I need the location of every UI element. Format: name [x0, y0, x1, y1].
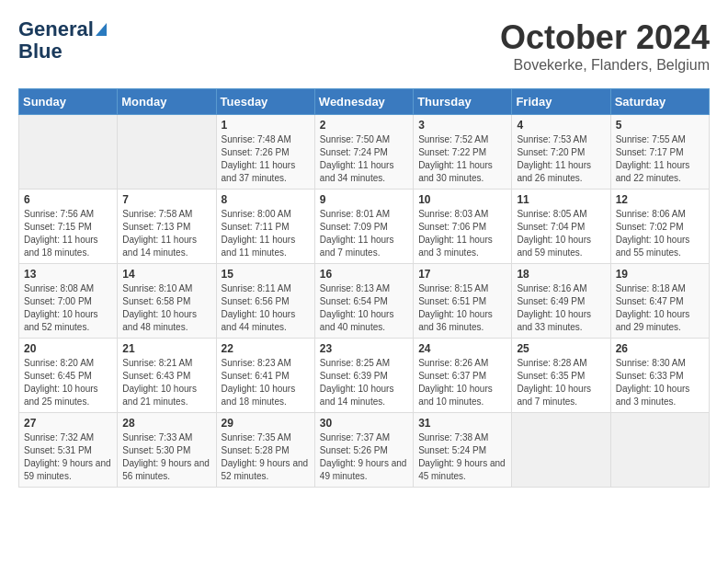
calendar-cell: 29Sunrise: 7:35 AM Sunset: 5:28 PM Dayli… [216, 413, 314, 488]
header-monday: Monday [118, 89, 216, 115]
calendar-cell: 9Sunrise: 8:01 AM Sunset: 7:09 PM Daylig… [314, 190, 413, 264]
header-sunday: Sunday [19, 89, 118, 115]
month-title: October 2024 [500, 18, 710, 57]
day-number: 14 [122, 268, 210, 281]
day-info: Sunrise: 7:38 AM Sunset: 5:24 PM Dayligh… [418, 431, 506, 483]
day-info: Sunrise: 8:13 AM Sunset: 6:54 PM Dayligh… [320, 282, 408, 334]
day-number: 19 [616, 268, 704, 281]
header-friday: Friday [512, 89, 610, 115]
calendar-cell: 24Sunrise: 8:26 AM Sunset: 6:37 PM Dayli… [414, 339, 512, 413]
calendar-cell [512, 413, 610, 488]
calendar-cell: 7Sunrise: 7:58 AM Sunset: 7:13 PM Daylig… [118, 190, 216, 264]
day-info: Sunrise: 8:05 AM Sunset: 7:04 PM Dayligh… [517, 208, 605, 259]
day-info: Sunrise: 7:32 AM Sunset: 5:31 PM Dayligh… [24, 431, 112, 483]
day-number: 17 [418, 268, 506, 281]
header-thursday: Thursday [414, 89, 512, 115]
calendar-week-row: 1Sunrise: 7:48 AM Sunset: 7:26 PM Daylig… [19, 115, 710, 190]
day-number: 5 [616, 119, 704, 132]
day-info: Sunrise: 7:56 AM Sunset: 7:15 PM Dayligh… [24, 208, 112, 259]
day-info: Sunrise: 8:28 AM Sunset: 6:35 PM Dayligh… [517, 357, 605, 408]
day-number: 18 [517, 268, 605, 281]
day-info: Sunrise: 8:01 AM Sunset: 7:09 PM Dayligh… [320, 208, 408, 259]
calendar-cell: 14Sunrise: 8:10 AM Sunset: 6:58 PM Dayli… [118, 264, 216, 339]
calendar-header-row: SundayMondayTuesdayWednesdayThursdayFrid… [19, 89, 710, 115]
calendar-week-row: 20Sunrise: 8:20 AM Sunset: 6:45 PM Dayli… [19, 339, 710, 413]
day-number: 7 [122, 193, 210, 206]
day-number: 6 [24, 193, 112, 206]
day-info: Sunrise: 8:30 AM Sunset: 6:33 PM Dayligh… [616, 357, 704, 408]
day-number: 23 [320, 342, 408, 355]
day-info: Sunrise: 7:37 AM Sunset: 5:26 PM Dayligh… [320, 431, 408, 483]
day-info: Sunrise: 8:16 AM Sunset: 6:49 PM Dayligh… [517, 282, 605, 334]
calendar-cell: 6Sunrise: 7:56 AM Sunset: 7:15 PM Daylig… [19, 190, 118, 264]
calendar-cell: 30Sunrise: 7:37 AM Sunset: 5:26 PM Dayli… [314, 413, 413, 488]
calendar-cell [19, 115, 118, 190]
calendar-cell: 19Sunrise: 8:18 AM Sunset: 6:47 PM Dayli… [610, 264, 709, 339]
calendar-cell: 18Sunrise: 8:16 AM Sunset: 6:49 PM Dayli… [512, 264, 610, 339]
day-info: Sunrise: 8:21 AM Sunset: 6:43 PM Dayligh… [122, 357, 210, 408]
day-number: 31 [418, 417, 506, 430]
day-number: 11 [517, 193, 605, 206]
day-info: Sunrise: 8:06 AM Sunset: 7:02 PM Dayligh… [616, 208, 704, 259]
day-number: 12 [616, 193, 704, 206]
day-info: Sunrise: 7:55 AM Sunset: 7:17 PM Dayligh… [616, 133, 704, 185]
calendar-cell: 21Sunrise: 8:21 AM Sunset: 6:43 PM Dayli… [118, 339, 216, 413]
day-number: 3 [418, 119, 506, 132]
calendar-cell: 16Sunrise: 8:13 AM Sunset: 6:54 PM Dayli… [314, 264, 413, 339]
day-info: Sunrise: 8:08 AM Sunset: 7:00 PM Dayligh… [24, 282, 112, 334]
calendar-cell: 27Sunrise: 7:32 AM Sunset: 5:31 PM Dayli… [19, 413, 118, 488]
calendar-cell: 2Sunrise: 7:50 AM Sunset: 7:24 PM Daylig… [314, 115, 413, 190]
day-number: 29 [222, 417, 310, 430]
logo-icon [96, 23, 107, 36]
day-number: 8 [222, 193, 310, 206]
calendar-cell: 5Sunrise: 7:55 AM Sunset: 7:17 PM Daylig… [610, 115, 709, 190]
title-area: October 2024 Bovekerke, Flanders, Belgiu… [500, 18, 710, 74]
day-number: 30 [320, 417, 408, 430]
day-info: Sunrise: 8:20 AM Sunset: 6:45 PM Dayligh… [24, 357, 112, 408]
logo-text-general: General [18, 18, 94, 40]
day-number: 4 [517, 119, 605, 132]
calendar-cell: 3Sunrise: 7:52 AM Sunset: 7:22 PM Daylig… [414, 115, 512, 190]
day-number: 24 [418, 342, 506, 355]
day-number: 21 [122, 342, 210, 355]
day-number: 22 [222, 342, 310, 355]
day-info: Sunrise: 8:10 AM Sunset: 6:58 PM Dayligh… [122, 282, 210, 334]
day-info: Sunrise: 8:26 AM Sunset: 6:37 PM Dayligh… [418, 357, 506, 408]
day-number: 15 [222, 268, 310, 281]
day-number: 27 [24, 417, 112, 430]
calendar-cell: 25Sunrise: 8:28 AM Sunset: 6:35 PM Dayli… [512, 339, 610, 413]
day-number: 13 [24, 268, 112, 281]
day-number: 25 [517, 342, 605, 355]
day-info: Sunrise: 8:23 AM Sunset: 6:41 PM Dayligh… [222, 357, 310, 408]
day-number: 10 [418, 193, 506, 206]
header-tuesday: Tuesday [216, 89, 314, 115]
day-info: Sunrise: 8:15 AM Sunset: 6:51 PM Dayligh… [418, 282, 506, 334]
calendar-cell: 17Sunrise: 8:15 AM Sunset: 6:51 PM Dayli… [414, 264, 512, 339]
calendar-cell: 11Sunrise: 8:05 AM Sunset: 7:04 PM Dayli… [512, 190, 610, 264]
day-info: Sunrise: 8:00 AM Sunset: 7:11 PM Dayligh… [222, 208, 310, 259]
calendar-cell: 12Sunrise: 8:06 AM Sunset: 7:02 PM Dayli… [610, 190, 709, 264]
day-info: Sunrise: 7:50 AM Sunset: 7:24 PM Dayligh… [320, 133, 408, 185]
logo-text-blue: Blue [18, 40, 63, 63]
calendar-cell [610, 413, 709, 488]
calendar-cell: 31Sunrise: 7:38 AM Sunset: 5:24 PM Dayli… [414, 413, 512, 488]
header-saturday: Saturday [610, 89, 709, 115]
day-number: 26 [616, 342, 704, 355]
day-number: 1 [222, 119, 310, 132]
location-subtitle: Bovekerke, Flanders, Belgium [500, 57, 710, 74]
day-number: 9 [320, 193, 408, 206]
calendar-cell: 23Sunrise: 8:25 AM Sunset: 6:39 PM Dayli… [314, 339, 413, 413]
calendar-cell: 13Sunrise: 8:08 AM Sunset: 7:00 PM Dayli… [19, 264, 118, 339]
calendar-cell: 26Sunrise: 8:30 AM Sunset: 6:33 PM Dayli… [610, 339, 709, 413]
day-info: Sunrise: 7:52 AM Sunset: 7:22 PM Dayligh… [418, 133, 506, 185]
day-info: Sunrise: 7:53 AM Sunset: 7:20 PM Dayligh… [517, 133, 605, 185]
calendar-cell: 8Sunrise: 8:00 AM Sunset: 7:11 PM Daylig… [216, 190, 314, 264]
day-number: 28 [122, 417, 210, 430]
header-wednesday: Wednesday [314, 89, 413, 115]
calendar-table: SundayMondayTuesdayWednesdayThursdayFrid… [18, 88, 710, 488]
day-info: Sunrise: 7:48 AM Sunset: 7:26 PM Dayligh… [222, 133, 310, 185]
calendar-cell: 10Sunrise: 8:03 AM Sunset: 7:06 PM Dayli… [414, 190, 512, 264]
calendar-cell [118, 115, 216, 190]
day-info: Sunrise: 8:11 AM Sunset: 6:56 PM Dayligh… [222, 282, 310, 334]
day-info: Sunrise: 8:25 AM Sunset: 6:39 PM Dayligh… [320, 357, 408, 408]
